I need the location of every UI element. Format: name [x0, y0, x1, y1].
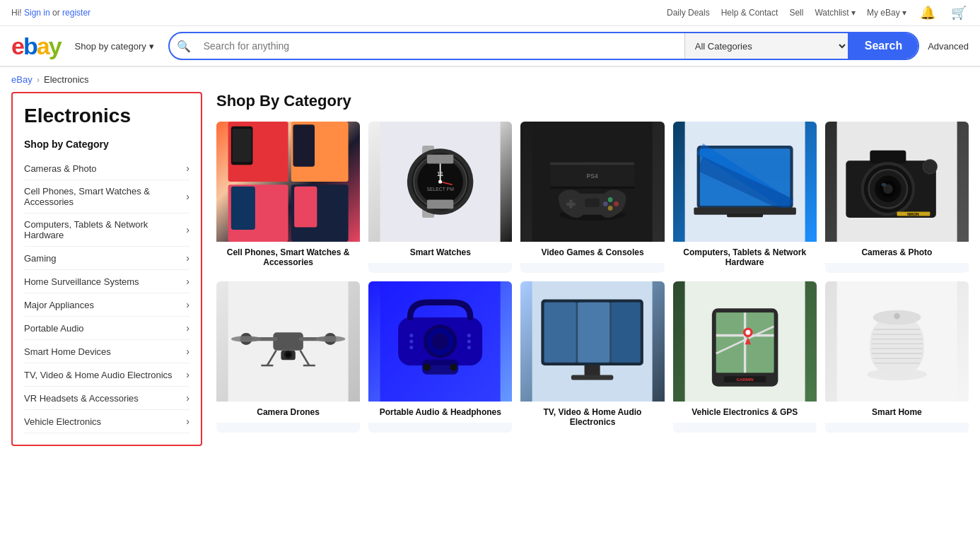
- category-card-cameras[interactable]: NIKON Cameras & Photo: [825, 122, 969, 273]
- chevron-down-icon: ›: [186, 163, 189, 174]
- category-card-computers[interactable]: Computers, Tablets & Network Hardware: [673, 122, 817, 273]
- notifications-icon[interactable]: 🔔: [918, 3, 938, 23]
- svg-point-86: [450, 363, 457, 370]
- top-bar-right: Daily Deals Help & Contact Sell Watchlis…: [667, 3, 969, 23]
- search-input[interactable]: [198, 40, 684, 52]
- signin-link[interactable]: Sign in: [24, 8, 50, 18]
- sell-link[interactable]: Sell: [789, 8, 803, 18]
- daily-deals-link[interactable]: Daily Deals: [667, 8, 710, 18]
- chevron-down-icon: ›: [186, 252, 189, 264]
- chevron-down-icon: ›: [186, 416, 189, 427]
- svg-point-33: [614, 201, 619, 206]
- svg-rect-2: [233, 129, 252, 162]
- svg-point-65: [315, 336, 346, 342]
- sidebar-item-major-appliances[interactable]: Major Appliances ›: [24, 293, 189, 317]
- svg-text:NIKON: NIKON: [907, 212, 919, 216]
- svg-rect-91: [578, 303, 610, 363]
- shop-by-category-button[interactable]: Shop by category ▾: [69, 41, 160, 52]
- sidebar-title: Electronics: [24, 105, 189, 127]
- category-card-portable-audio[interactable]: Portable Audio & Headphones: [368, 281, 512, 433]
- svg-rect-4: [293, 124, 315, 167]
- category-card-video-games[interactable]: PS4: [520, 122, 664, 273]
- my-ebay-link[interactable]: My eBay ▾: [867, 8, 906, 18]
- category-label-vehicle-electronics: Vehicle Electronics & GPS: [673, 402, 817, 423]
- sidebar-item-gaming[interactable]: Gaming ›: [24, 247, 189, 270]
- top-bar: Hi! Sign in or register Daily Deals Help…: [0, 0, 980, 26]
- category-image-drones: [216, 281, 360, 402]
- chevron-down-icon: ›: [186, 346, 189, 357]
- chevron-down-icon: ›: [186, 224, 189, 235]
- svg-point-82: [467, 339, 471, 343]
- register-link[interactable]: register: [62, 8, 91, 18]
- category-label-portable-audio: Portable Audio & Headphones: [368, 402, 512, 423]
- logo-b: b: [23, 33, 37, 59]
- category-image-cell-phones: [216, 122, 360, 242]
- svg-point-32: [608, 197, 613, 202]
- category-image-computers: [673, 122, 817, 242]
- svg-rect-90: [544, 303, 576, 363]
- chevron-down-icon: ›: [186, 191, 189, 202]
- breadcrumb-separator: ›: [37, 74, 40, 85]
- svg-rect-36: [585, 199, 600, 207]
- sidebar: Electronics Shop by Category Cameras & P…: [11, 92, 202, 446]
- main-layout: Electronics Shop by Category Cameras & P…: [0, 92, 980, 457]
- category-card-vehicle-electronics[interactable]: GARMIN Vehicle Electronics & GPS: [673, 281, 817, 433]
- svg-point-79: [409, 339, 413, 343]
- category-image-video-games: PS4: [520, 122, 664, 242]
- svg-point-80: [409, 346, 413, 349]
- category-image-cameras: NIKON: [825, 122, 969, 242]
- chevron-down-icon: ›: [186, 299, 189, 310]
- svg-point-57: [923, 160, 937, 174]
- svg-point-35: [608, 206, 613, 211]
- svg-rect-93: [585, 365, 600, 376]
- sidebar-item-vehicle-electronics[interactable]: Vehicle Electronics ›: [24, 410, 189, 433]
- chevron-down-icon: ▾: [149, 41, 154, 52]
- sidebar-item-home-surveillance[interactable]: Home Surveillance Systems ›: [24, 270, 189, 293]
- cart-icon[interactable]: 🛒: [949, 3, 969, 23]
- chevron-down-icon: ›: [186, 276, 189, 287]
- category-label-tv: TV, Video & Home Audio Electronics: [520, 402, 664, 433]
- search-button[interactable]: Search: [848, 32, 919, 60]
- logo-y: y: [49, 33, 61, 59]
- svg-point-53: [881, 183, 886, 187]
- category-card-cell-phones[interactable]: Cell Phones, Smart Watches & Accessories: [216, 122, 360, 273]
- category-card-tv[interactable]: TV, Video & Home Audio Electronics: [520, 281, 664, 433]
- watchlist-link[interactable]: Watchlist ▾: [815, 8, 856, 18]
- category-select[interactable]: All Categories Electronics Cameras & Pho…: [684, 33, 848, 59]
- advanced-search-link[interactable]: Advanced: [928, 41, 969, 52]
- sidebar-item-computers[interactable]: Computers, Tablets & Network Hardware ›: [24, 213, 189, 247]
- category-image-smart-watches: 11 SELECT PM: [368, 122, 512, 242]
- sidebar-item-tv-video[interactable]: TV, Video & Home Audio Electronics ›: [24, 363, 189, 387]
- or-text: or: [52, 8, 60, 18]
- search-icon: 🔍: [170, 40, 198, 53]
- category-card-smart-home[interactable]: Smart Home: [825, 281, 969, 433]
- sidebar-item-vr-headsets[interactable]: VR Headsets & Accessories ›: [24, 387, 189, 410]
- sidebar-item-smart-home[interactable]: Smart Home Devices ›: [24, 340, 189, 363]
- top-bar-left: Hi! Sign in or register: [11, 8, 91, 18]
- category-image-vehicle-electronics: GARMIN: [673, 281, 817, 402]
- svg-rect-46: [870, 151, 906, 164]
- category-label-cell-phones: Cell Phones, Smart Watches & Accessories: [216, 242, 360, 273]
- breadcrumb-home[interactable]: eBay: [11, 74, 33, 85]
- header: ebay Shop by category ▾ 🔍 All Categories…: [0, 26, 980, 67]
- svg-rect-26: [550, 163, 634, 165]
- category-label-smart-watches: Smart Watches: [368, 242, 512, 263]
- help-contact-link[interactable]: Help & Contact: [721, 8, 778, 18]
- category-card-drones[interactable]: Camera Drones: [216, 281, 360, 433]
- svg-text:SELECT PM: SELECT PM: [427, 187, 455, 192]
- svg-point-103: [745, 330, 750, 335]
- category-card-smart-watches[interactable]: 11 SELECT PM Smart Watches: [368, 122, 512, 273]
- svg-point-81: [467, 334, 471, 337]
- category-label-video-games: Video Games & Consoles: [520, 242, 664, 263]
- svg-point-20: [438, 180, 442, 183]
- sidebar-section-label: Shop by Category: [24, 139, 189, 150]
- svg-rect-21: [427, 155, 453, 164]
- sidebar-item-portable-audio[interactable]: Portable Audio ›: [24, 317, 189, 340]
- logo-e: e: [11, 33, 23, 59]
- svg-point-68: [286, 352, 291, 357]
- svg-text:GARMIN: GARMIN: [736, 377, 753, 382]
- category-label-computers: Computers, Tablets & Network Hardware: [673, 242, 817, 273]
- sidebar-item-cameras-photo[interactable]: Cameras & Photo ›: [24, 157, 189, 180]
- sidebar-item-cell-phones[interactable]: Cell Phones, Smart Watches & Accessories…: [24, 180, 189, 213]
- logo[interactable]: ebay: [11, 33, 61, 60]
